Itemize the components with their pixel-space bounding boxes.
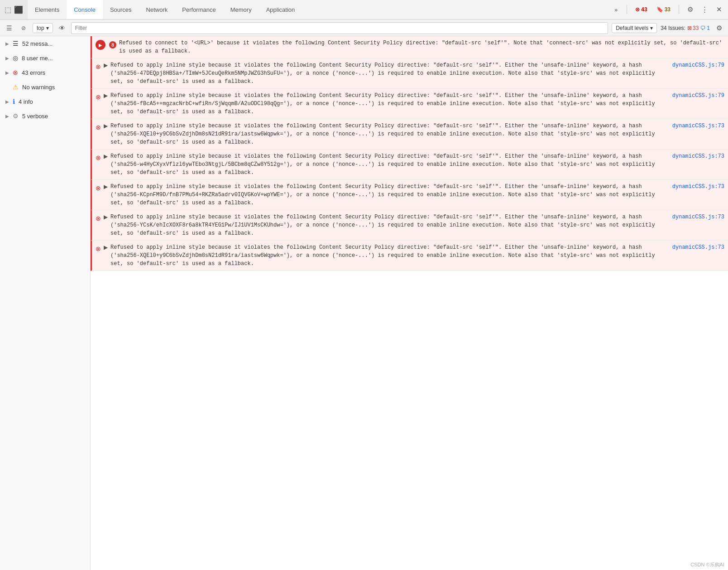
issues-info-count[interactable]: 🗩 1 <box>700 25 710 31</box>
arrow-icon3: ▶ <box>5 70 9 75</box>
console-message: ⊗ ▶ Refused to apply inline style becaus… <box>91 89 728 119</box>
source-link[interactable]: dynamicCSS.js:73 <box>672 152 724 160</box>
sidebar-item-verbose[interactable]: ▶ ⚙ 5 verbose <box>0 109 90 123</box>
tab-application[interactable]: Application <box>259 0 302 20</box>
message-text: Refused to apply inline style because it… <box>110 183 670 207</box>
context-selector[interactable]: top ▾ <box>33 23 53 33</box>
console-message: ⊗ ▶ Refused to apply inline style becaus… <box>91 119 728 150</box>
console-message: ⊗ ▶ Refused to apply inline style becaus… <box>91 58 728 89</box>
settings-button[interactable]: ⚙ <box>685 4 695 15</box>
arrow-icon6: ▶ <box>5 114 9 119</box>
expand-arrow[interactable]: ▶ <box>104 183 108 191</box>
error-icon-small: ⊠ <box>687 25 692 31</box>
error-circle-icon: ⊗ <box>96 62 101 72</box>
source-link[interactable]: dynamicCSS.js:73 <box>672 122 724 130</box>
watermark: CSDN ©乐购AI <box>690 561 724 568</box>
device-icon: ⬛ <box>14 5 23 14</box>
error-circle-icon: ⊗ <box>96 123 101 132</box>
info-icon: ℹ <box>13 98 15 105</box>
message-text: Refused to apply inline style because it… <box>110 61 670 86</box>
expand-arrow[interactable]: ▶ <box>104 243 108 251</box>
error-icon: ⊗ <box>13 69 18 76</box>
tab-console[interactable]: Console <box>67 0 103 20</box>
main-content: ▶ ☰ 52 messa... ▶ ◎ 8 user me... ▶ ⊗ 43 … <box>0 36 728 570</box>
error-circle-icon: ⊗ <box>96 184 101 193</box>
expand-arrow[interactable]: ▶ <box>104 122 108 130</box>
chevron-down-icon: ▾ <box>46 25 49 31</box>
chevron-down-icon2: ▾ <box>650 25 653 31</box>
inspect-icon: ⬚ <box>5 5 11 14</box>
tab-memory[interactable]: Memory <box>223 0 259 20</box>
message-text: Refused to apply inline style because it… <box>110 152 670 177</box>
error-circle-icon: ⊗ <box>96 92 101 102</box>
levels-selector[interactable]: Default levels ▾ <box>612 23 657 33</box>
expand-arrow[interactable]: ▶ <box>104 213 108 221</box>
clear-console-button[interactable]: ⊘ <box>18 23 29 34</box>
error-icon-badge: ⊗ <box>635 6 640 13</box>
close-button[interactable]: ✕ <box>714 4 724 15</box>
tab-elements[interactable]: Elements <box>28 0 67 20</box>
warning-badge[interactable]: 🔖 33 <box>654 5 673 14</box>
console-message: ⊗ ▶ Refused to apply inline style becaus… <box>91 180 728 210</box>
error-badge[interactable]: ⊗ 43 <box>632 5 650 14</box>
message-text: Refused to apply inline style because it… <box>110 92 670 116</box>
divider <box>627 5 627 14</box>
sidebar-item-info[interactable]: ▶ ℹ 4 info <box>0 94 90 109</box>
tab-bar: ⬚ ⬛ Elements Console Sources Network Per… <box>0 0 728 20</box>
message-text: Refused to connect to '<URL>' because it… <box>119 39 724 55</box>
tab-network[interactable]: Network <box>139 0 175 20</box>
tab-inspect-icon[interactable]: ⬚ ⬛ <box>0 0 28 20</box>
tab-sources[interactable]: Sources <box>103 0 139 20</box>
message-text: Refused to apply inline style because it… <box>110 213 670 237</box>
error-circle-icon: ⊗ <box>96 244 101 254</box>
source-link[interactable]: dynamicCSS.js:73 <box>672 183 724 191</box>
arrow-icon2: ▶ <box>5 56 9 61</box>
more-button[interactable]: ⋮ <box>699 4 710 15</box>
sidebar-item-user-messages[interactable]: ▶ ◎ 8 user me... <box>0 51 90 65</box>
error-count-badge: 8 <box>109 41 116 48</box>
levels-label: Default levels <box>616 25 648 31</box>
console-message: ⊗ ▶ Refused to apply inline style becaus… <box>91 150 728 180</box>
error-circle-icon: ⊗ <box>96 153 101 163</box>
sidebar-item-warnings[interactable]: ▶ ⚠ No warnings <box>0 80 90 94</box>
arrow-icon5: ▶ <box>5 99 9 104</box>
issues-error-count[interactable]: ⊠ 33 <box>687 25 699 31</box>
arrow-icon: ▶ <box>5 41 9 46</box>
message-text: Refused to apply inline style because it… <box>110 122 670 146</box>
console-toolbar: ☰ ⊘ top ▾ 👁 Default levels ▾ 34 Issues: … <box>0 20 728 36</box>
warning-icon-badge: 🔖 <box>656 6 663 13</box>
eye-icon[interactable]: 👁 <box>57 23 67 34</box>
context-label: top <box>37 25 44 31</box>
issues-bar: 34 Issues: ⊠ 33 🗩 1 <box>661 25 710 31</box>
error-circle-icon: ⊗ <box>96 214 101 223</box>
sidebar: ▶ ☰ 52 messa... ▶ ◎ 8 user me... ▶ ⊗ 43 … <box>0 36 91 570</box>
source-link[interactable]: dynamicCSS.js:73 <box>672 243 724 251</box>
console-messages-area: ▶ 8 Refused to connect to '<URL>' becaus… <box>91 36 728 570</box>
source-link[interactable]: dynamicCSS.js:79 <box>672 61 724 69</box>
sidebar-toggle-button[interactable]: ☰ <box>4 23 14 34</box>
console-message: ⊗ ▶ Refused to apply inline style becaus… <box>91 210 728 241</box>
list-icon: ☰ <box>13 40 19 47</box>
console-message: ▶ 8 Refused to connect to '<URL>' becaus… <box>91 36 728 58</box>
source-link[interactable]: dynamicCSS.js:73 <box>672 213 724 221</box>
sidebar-item-errors[interactable]: ▶ ⊗ 43 errors <box>0 65 90 80</box>
info-icon-small: 🗩 <box>700 25 706 31</box>
play-icon: ▶ <box>96 40 105 50</box>
sidebar-item-messages[interactable]: ▶ ☰ 52 messa... <box>0 36 90 51</box>
message-text: Refused to apply inline style because it… <box>110 243 670 268</box>
expand-arrow[interactable]: ▶ <box>104 61 108 69</box>
expand-arrow[interactable]: ▶ <box>104 92 108 100</box>
verbose-icon: ⚙ <box>13 112 19 120</box>
expand-arrow[interactable]: ▶ <box>104 152 108 160</box>
issues-settings-button[interactable]: ⚙ <box>714 23 724 34</box>
console-message: ⊗ ▶ Refused to apply inline style becaus… <box>91 241 728 271</box>
user-icon: ◎ <box>13 54 18 62</box>
filter-input[interactable] <box>71 22 608 34</box>
warning-icon: ⚠ <box>13 83 19 91</box>
divider2 <box>679 5 679 14</box>
source-link[interactable]: dynamicCSS.js:79 <box>672 92 724 100</box>
tab-performance[interactable]: Performance <box>175 0 223 20</box>
more-tabs-button[interactable]: » <box>611 6 621 14</box>
